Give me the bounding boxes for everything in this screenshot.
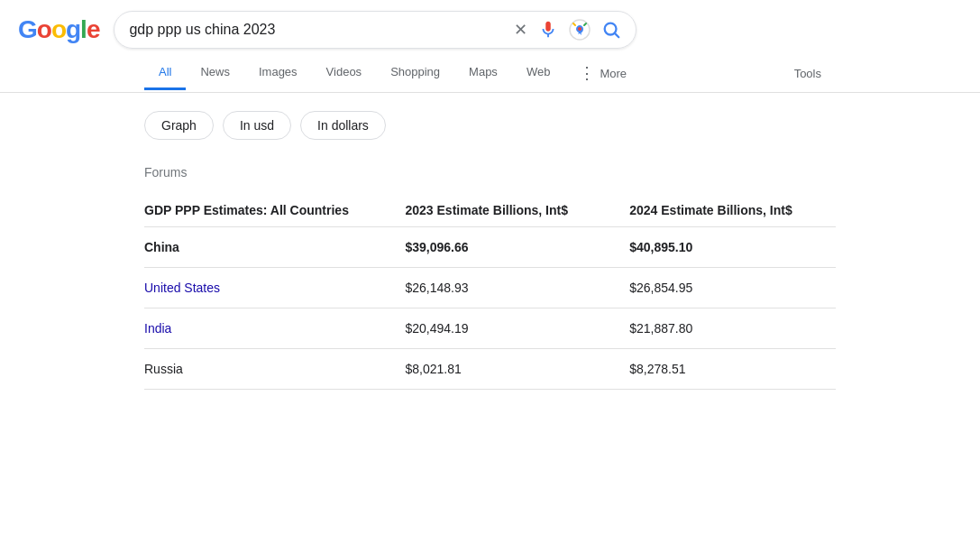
col-header-country: GDP PPP Estimates: All Countries bbox=[144, 194, 387, 227]
col-header-2023: 2023 Estimate Billions, Int$ bbox=[387, 194, 611, 227]
cell-2023-0: $39,096.66 bbox=[387, 227, 611, 268]
svg-line-3 bbox=[616, 33, 619, 37]
pill-in-dollars[interactable]: In dollars bbox=[300, 111, 386, 140]
more-label: More bbox=[600, 67, 627, 80]
filter-pills: Graph In usd In dollars bbox=[144, 111, 836, 140]
table-header: GDP PPP Estimates: All Countries 2023 Es… bbox=[144, 194, 836, 227]
cell-2024-1: $26,854.95 bbox=[611, 268, 836, 308]
cell-country-3: Russia bbox=[144, 349, 387, 390]
cell-2023-1: $26,148.93 bbox=[387, 268, 611, 308]
tab-images[interactable]: Images bbox=[244, 56, 312, 90]
google-logo[interactable]: Google bbox=[18, 15, 99, 44]
svg-point-1 bbox=[578, 27, 582, 31]
voice-search-button[interactable] bbox=[538, 20, 558, 40]
section-label: Forums bbox=[144, 165, 836, 180]
logo-letter-l: l bbox=[80, 15, 87, 43]
tab-shopping[interactable]: Shopping bbox=[376, 56, 454, 90]
lens-icon bbox=[569, 19, 591, 41]
logo-letter-g2: g bbox=[66, 15, 80, 43]
tab-maps[interactable]: Maps bbox=[454, 56, 512, 90]
tab-news[interactable]: News bbox=[186, 56, 244, 90]
more-menu[interactable]: ⋮ More bbox=[564, 54, 641, 92]
cell-country-0: China bbox=[144, 227, 387, 268]
table-row: Russia$8,021.81$8,278.51 bbox=[144, 349, 836, 390]
pill-in-usd[interactable]: In usd bbox=[223, 111, 291, 140]
cell-2024-2: $21,887.80 bbox=[611, 308, 836, 349]
clear-button[interactable]: ✕ bbox=[514, 20, 527, 40]
mic-icon bbox=[538, 20, 558, 40]
lens-search-button[interactable] bbox=[569, 19, 591, 41]
dots-icon: ⋮ bbox=[579, 63, 596, 83]
logo-letter-o1: o bbox=[37, 15, 51, 43]
cell-2024-3: $8,278.51 bbox=[611, 349, 836, 390]
logo-letter-g: G bbox=[18, 15, 37, 43]
main-content: Graph In usd In dollars Forums GDP PPP E… bbox=[0, 93, 980, 408]
tab-videos[interactable]: Videos bbox=[312, 56, 377, 90]
search-input[interactable] bbox=[129, 22, 505, 38]
pill-graph[interactable]: Graph bbox=[144, 111, 214, 140]
col-header-2024: 2024 Estimate Billions, Int$ bbox=[611, 194, 836, 227]
tools-button[interactable]: Tools bbox=[780, 58, 836, 89]
cell-country-1[interactable]: United States bbox=[144, 268, 387, 308]
logo-letter-o2: o bbox=[51, 15, 66, 43]
logo-letter-e: e bbox=[87, 15, 100, 43]
search-submit-button[interactable] bbox=[601, 20, 621, 40]
tab-all[interactable]: All bbox=[144, 56, 186, 90]
cell-2024-0: $40,895.10 bbox=[611, 227, 836, 268]
gdp-table: GDP PPP Estimates: All Countries 2023 Es… bbox=[144, 194, 836, 390]
cell-2023-3: $8,021.81 bbox=[387, 349, 611, 390]
header: Google ✕ bbox=[0, 0, 980, 49]
table-row: China$39,096.66$40,895.10 bbox=[144, 227, 836, 268]
search-icon bbox=[601, 20, 621, 40]
search-icons: ✕ bbox=[514, 19, 621, 41]
table-row: India$20,494.19$21,887.80 bbox=[144, 308, 836, 349]
cell-2023-2: $20,494.19 bbox=[387, 308, 611, 349]
search-bar: ✕ bbox=[114, 11, 637, 49]
nav-tabs: All News Images Videos Shopping Maps Web… bbox=[0, 49, 980, 93]
table-row: United States$26,148.93$26,854.95 bbox=[144, 268, 836, 308]
cell-country-2[interactable]: India bbox=[144, 308, 387, 349]
tab-web[interactable]: Web bbox=[512, 56, 565, 90]
